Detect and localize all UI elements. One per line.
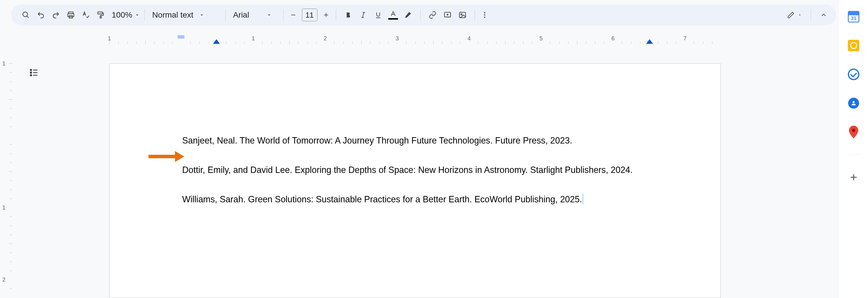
paint-roller-icon	[97, 11, 105, 19]
contacts-button[interactable]	[847, 97, 860, 110]
zoom-dropdown[interactable]: 100%	[110, 10, 142, 20]
search-button[interactable]	[19, 8, 33, 22]
highlight-color-button[interactable]	[401, 8, 415, 22]
document-outline-button[interactable]	[27, 66, 41, 80]
svg-line-1	[27, 16, 29, 18]
ruler-number: 1	[2, 204, 5, 211]
outline-icon	[29, 67, 39, 78]
left-indent-marker[interactable]	[213, 39, 220, 44]
svg-rect-6	[98, 12, 102, 14]
svg-point-31	[852, 129, 855, 132]
font-family-dropdown[interactable]: Arial	[228, 10, 280, 20]
caret-down-icon	[798, 13, 802, 17]
caret-down-icon	[135, 12, 140, 18]
decrease-font-size-button[interactable]	[286, 8, 300, 22]
ruler-number: 2	[323, 35, 327, 42]
editing-mode-button[interactable]	[784, 8, 805, 22]
minus-icon	[290, 11, 297, 19]
ruler-number: 4	[467, 35, 470, 42]
vertical-ruler[interactable]: 1 1 2	[0, 63, 14, 298]
document-page[interactable]: Sanjeet, Neal. The World of Tomorrow: A …	[110, 63, 721, 298]
paint-format-button[interactable]	[94, 8, 107, 22]
annotation-arrow	[149, 151, 186, 161]
link-icon	[429, 11, 437, 19]
divider	[474, 9, 475, 21]
print-icon	[67, 11, 75, 19]
svg-rect-19	[459, 12, 465, 18]
text-color-swatch	[388, 18, 398, 20]
bold-button[interactable]	[341, 8, 355, 22]
paragraph-style-value: Normal text	[152, 10, 193, 20]
paragraph-style-dropdown[interactable]: Normal text	[148, 10, 222, 20]
bibliography-entry[interactable]: Dottir, Emily, and David Lee. Exploring …	[182, 162, 648, 177]
page-content[interactable]: Sanjeet, Neal. The World of Tomorrow: A …	[110, 64, 720, 207]
comment-plus-icon	[443, 11, 452, 19]
ruler-number: 7	[683, 35, 686, 42]
ruler-number: 1	[2, 60, 5, 67]
italic-button[interactable]	[356, 8, 370, 22]
search-icon	[22, 11, 30, 19]
italic-icon	[360, 11, 367, 19]
underline-button[interactable]	[371, 8, 385, 22]
font-size-input[interactable]	[302, 9, 317, 21]
svg-line-13	[362, 12, 364, 17]
right-indent-marker[interactable]	[646, 39, 653, 44]
svg-point-22	[484, 15, 485, 16]
svg-point-26	[30, 72, 32, 74]
get-addons-button[interactable]	[847, 171, 860, 184]
svg-point-23	[484, 17, 485, 18]
highlighter-icon	[404, 11, 412, 19]
svg-rect-7	[100, 17, 102, 18]
bibliography-entry[interactable]: Sanjeet, Neal. The World of Tomorrow: A …	[182, 133, 648, 148]
spellcheck-icon	[82, 11, 90, 19]
redo-button[interactable]	[49, 8, 63, 22]
svg-point-30	[852, 101, 855, 103]
plus-icon	[849, 173, 858, 182]
ruler-number: 5	[539, 35, 542, 42]
calendar-button[interactable]: 31	[847, 10, 860, 23]
underline-icon	[374, 11, 382, 19]
tasks-button[interactable]	[847, 68, 860, 81]
more-options-button[interactable]	[478, 8, 492, 22]
svg-point-24	[30, 70, 32, 71]
ruler-number: 3	[396, 35, 399, 42]
ruler-number: 2	[2, 276, 5, 283]
side-panel-divider	[846, 155, 861, 155]
tasks-icon	[848, 69, 859, 80]
pencil-icon	[787, 11, 795, 19]
collapse-toolbar-button[interactable]	[817, 8, 831, 22]
more-vertical-icon	[481, 11, 488, 19]
divider	[336, 9, 336, 21]
chevron-up-icon	[820, 11, 828, 19]
divider	[225, 9, 226, 21]
text-color-icon	[390, 11, 397, 17]
ruler-number: 1	[251, 35, 255, 42]
print-button[interactable]	[64, 8, 78, 22]
undo-icon	[37, 11, 45, 19]
bold-icon	[344, 11, 352, 19]
maps-button[interactable]	[847, 126, 860, 138]
horizontal-ruler[interactable]: 1 1 2 3 4 5 6 7	[0, 33, 836, 45]
add-comment-button[interactable]	[441, 8, 455, 22]
bibliography-entry[interactable]: Williams, Sarah. Green Solutions: Sustai…	[182, 192, 648, 207]
divider	[145, 9, 145, 21]
undo-button[interactable]	[34, 8, 48, 22]
insert-link-button[interactable]	[426, 8, 439, 22]
insert-image-button[interactable]	[456, 8, 469, 22]
divider	[420, 9, 421, 21]
caret-down-icon	[267, 12, 272, 18]
keep-button[interactable]	[847, 39, 860, 52]
font-family-value: Arial	[233, 10, 249, 20]
calendar-icon: 31	[848, 11, 859, 23]
text-color-button[interactable]	[386, 8, 400, 22]
svg-point-20	[461, 13, 462, 15]
svg-point-21	[484, 12, 485, 13]
increase-font-size-button[interactable]	[319, 8, 333, 22]
entry-text: Williams, Sarah. Green Solutions: Sustai…	[182, 194, 582, 204]
caret-down-icon	[199, 12, 204, 18]
first-line-indent-marker[interactable]	[178, 35, 184, 38]
svg-rect-3	[68, 13, 74, 17]
spellcheck-button[interactable]	[79, 8, 93, 22]
divider	[283, 9, 283, 21]
divider	[811, 9, 811, 21]
